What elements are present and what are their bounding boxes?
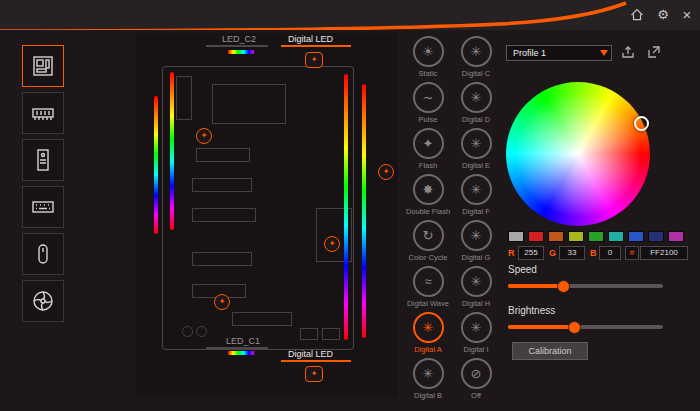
color-swatch[interactable] (508, 231, 524, 242)
color-swatch[interactable] (528, 231, 544, 242)
led-zone-marker[interactable]: ✦ (196, 128, 212, 144)
flash-icon: ✦ (413, 128, 444, 159)
color-swatch[interactable] (628, 231, 644, 242)
led-c2-mini-strip (228, 50, 254, 54)
led-c1-label[interactable]: LED_C1 (226, 336, 260, 346)
digital-a-icon: ✳ (413, 312, 444, 343)
g-value-field[interactable]: 33 (559, 246, 585, 260)
digital-wave-icon: ≈ (413, 266, 444, 297)
mount-hole (196, 326, 207, 337)
effect-digital-e[interactable]: ✳ Digital E (452, 128, 500, 174)
sidebar-item-pc-case[interactable] (22, 139, 64, 181)
pcie-slot (196, 148, 250, 162)
pc-case-icon (31, 148, 55, 172)
brightness-slider-fill (508, 325, 573, 329)
effect-digital-i[interactable]: ✳ Digital I (452, 312, 500, 358)
b-label: B (590, 248, 597, 258)
brightness-slider[interactable] (508, 325, 663, 329)
rgb-strip-left-inner (170, 72, 174, 230)
speed-slider[interactable] (508, 284, 663, 288)
profile-select[interactable]: Profile 1 (506, 45, 612, 61)
digital-b-icon: ✳ (413, 358, 444, 389)
keyboard-icon (31, 195, 55, 219)
digital-g-icon: ✳ (461, 220, 492, 251)
bottom-header (232, 312, 292, 326)
led-zone-marker[interactable]: ✦ (214, 294, 230, 310)
calibration-button[interactable]: Calibration (512, 342, 588, 360)
digital-e-icon: ✳ (461, 128, 492, 159)
effect-flash[interactable]: ✦ Flash (404, 128, 452, 174)
rgb-strip-left-outer (154, 96, 158, 234)
double-flash-icon: ✸ (413, 174, 444, 205)
title-bar: ⚙ × (0, 0, 700, 30)
led-zone-marker[interactable]: ✦ (378, 164, 394, 180)
digital-led-bottom-underline (281, 360, 351, 362)
digital-led-top-connector[interactable]: ✦ (305, 52, 323, 68)
motherboard-icon (31, 54, 55, 78)
rgb-fusion-window: ⚙ × (0, 0, 700, 411)
digital-c-icon: ✳ (461, 36, 492, 67)
color-wheel[interactable] (506, 82, 650, 226)
brightness-slider-knob[interactable] (568, 321, 581, 334)
effect-digital-g[interactable]: ✳ Digital G (452, 220, 500, 266)
effect-digital-d[interactable]: ✳ Digital D (452, 82, 500, 128)
gear-icon[interactable]: ⚙ (654, 6, 672, 24)
pulse-icon: ∼ (413, 82, 444, 113)
sidebar-item-motherboard[interactable] (22, 45, 64, 87)
pcie-slot (192, 178, 252, 192)
rgb-strip-right-inner (344, 74, 348, 340)
off-icon: ⊘ (461, 358, 492, 389)
speed-slider-fill (508, 284, 562, 288)
digital-f-icon: ✳ (461, 174, 492, 205)
home-icon[interactable] (628, 6, 646, 24)
sidebar-item-cooler[interactable] (22, 280, 64, 322)
color-swatch[interactable] (568, 231, 584, 242)
effects-grid: ☀ Static ✳ Digital C ∼ Pulse ✳ Digital D… (404, 36, 500, 404)
digital-led-bottom-connector[interactable]: ✦ (305, 366, 323, 382)
led-c2-label[interactable]: LED_C2 (222, 34, 256, 44)
digital-led-top-underline (281, 45, 351, 47)
effect-digital-wave[interactable]: ≈ Digital Wave (404, 266, 452, 312)
effect-color-cycle[interactable]: ↻ Color Cycle (404, 220, 452, 266)
fan-icon (31, 289, 55, 313)
brightness-label: Brightness (508, 305, 555, 316)
led-zone-marker[interactable]: ✦ (324, 236, 340, 252)
effect-digital-b[interactable]: ✳ Digital B (404, 358, 452, 404)
color-wheel-selector[interactable] (634, 116, 649, 131)
b-value-field[interactable]: 0 (599, 246, 621, 260)
effect-digital-h[interactable]: ✳ Digital H (452, 266, 500, 312)
sidebar-item-memory[interactable] (22, 92, 64, 134)
led-c1-mini-strip (228, 351, 254, 355)
sidebar-item-mouse[interactable] (22, 233, 64, 275)
cpu-socket (212, 84, 286, 124)
hex-value-field[interactable]: FF2100 (640, 246, 688, 260)
import-profile-icon[interactable] (646, 44, 664, 62)
sidebar-item-keyboard[interactable] (22, 186, 64, 228)
digital-led-bottom-label[interactable]: Digital LED (288, 349, 333, 359)
close-icon[interactable]: × (678, 6, 696, 24)
color-swatch[interactable] (648, 231, 664, 242)
effect-digital-a[interactable]: ✳ Digital A (404, 312, 452, 358)
digital-i-icon: ✳ (461, 312, 492, 343)
export-profile-icon[interactable] (620, 44, 638, 62)
color-swatch[interactable] (668, 231, 684, 242)
preset-swatches (508, 231, 684, 242)
effect-static[interactable]: ☀ Static (404, 36, 452, 82)
digital-d-icon: ✳ (461, 82, 492, 113)
color-cycle-icon: ↻ (413, 220, 444, 251)
rgb-strip-right-outer (362, 84, 366, 338)
r-value-field[interactable]: 255 (518, 246, 544, 260)
digital-led-top-label[interactable]: Digital LED (288, 34, 333, 44)
effect-digital-c[interactable]: ✳ Digital C (452, 36, 500, 82)
effect-pulse[interactable]: ∼ Pulse (404, 82, 452, 128)
led-c1-underline (206, 347, 268, 349)
speed-slider-knob[interactable] (557, 280, 570, 293)
color-swatch[interactable] (548, 231, 564, 242)
g-label: G (549, 248, 556, 258)
color-swatch[interactable] (608, 231, 624, 242)
effect-off[interactable]: ⊘ Off (452, 358, 500, 404)
color-swatch[interactable] (588, 231, 604, 242)
effect-digital-f[interactable]: ✳ Digital F (452, 174, 500, 220)
effect-double-flash[interactable]: ✸ Double Flash (404, 174, 452, 220)
speed-label: Speed (508, 264, 537, 275)
